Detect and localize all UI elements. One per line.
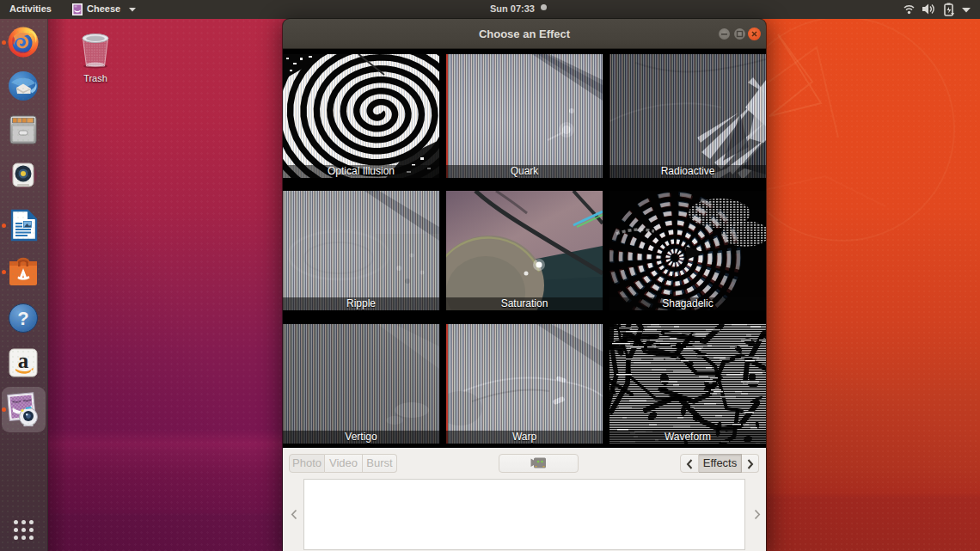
svg-text:a: a	[18, 349, 29, 372]
svg-text:?: ?	[17, 308, 28, 329]
